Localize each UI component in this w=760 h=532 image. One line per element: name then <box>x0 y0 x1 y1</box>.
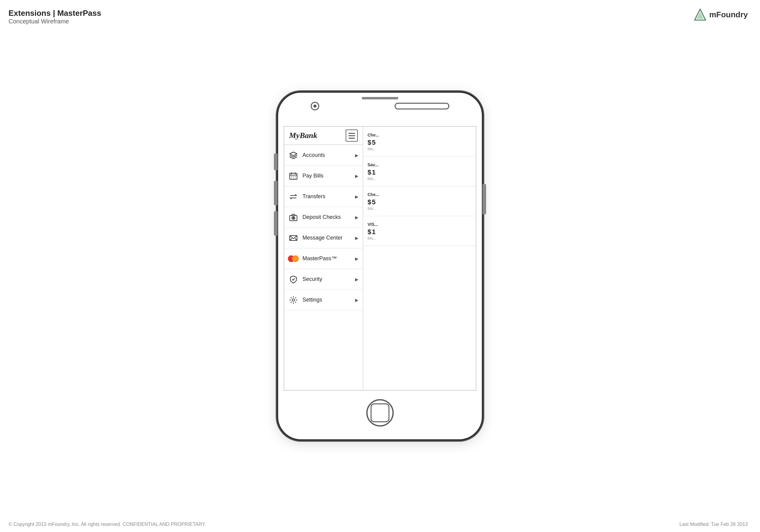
menu-panel: MyBank A <box>284 127 363 390</box>
brand-label: Extensions <box>9 9 51 18</box>
logo-text: mFoundry <box>709 10 748 20</box>
phone-top-bar <box>299 102 461 110</box>
envelope-icon <box>289 233 298 243</box>
menu-arrow-deposit-checks: ▶ <box>355 215 358 220</box>
logo-area: mFoundry <box>694 9 748 21</box>
home-button[interactable] <box>366 399 394 426</box>
svg-line-18 <box>295 238 297 240</box>
app-logo-text: MyBank <box>289 131 317 140</box>
menu-arrow-message-center: ▶ <box>355 236 358 240</box>
svg-point-19 <box>292 299 295 301</box>
account-dollar-0: $ <box>367 139 371 147</box>
camera-dot <box>311 102 319 110</box>
account-type-0: Che... <box>367 132 471 137</box>
account-bal-label-3: BAL... <box>367 236 471 240</box>
layers-icon <box>289 151 298 160</box>
account-balance-row-2: $ 5 <box>367 198 471 206</box>
shield-icon <box>289 274 298 284</box>
masterpass-icon <box>289 254 298 264</box>
hamburger-button[interactable] <box>346 129 358 142</box>
menu-item-message-center[interactable]: Message Center ▶ <box>284 228 363 248</box>
menu-item-deposit-checks[interactable]: Deposit Checks ▶ <box>284 207 363 228</box>
accounts-panel: Che... $ 5 BAL... Sav... $ 1 BAL... <box>363 127 476 390</box>
masterpass-circle-orange <box>292 255 299 262</box>
menu-arrow-transfers: ▶ <box>355 194 358 199</box>
menu-item-transfers[interactable]: Transfers ▶ <box>284 186 363 207</box>
phone-shell: MyBank A <box>277 91 483 441</box>
account-amount-3: 1 <box>372 228 375 236</box>
account-amount-0: 5 <box>372 139 375 147</box>
home-button-inner <box>371 404 389 422</box>
footer-copyright: © Copyright 2013 mFoundry, Inc. All righ… <box>9 522 205 527</box>
phone-screen: MyBank A <box>284 126 476 391</box>
phone-wrapper: MyBank A <box>277 91 483 441</box>
account-balance-row-1: $ 1 <box>367 169 471 176</box>
side-button-vol-down <box>274 211 277 236</box>
account-card-1: Sav... $ 1 BAL... <box>363 157 476 186</box>
account-card-0: Che... $ 5 BAL... <box>363 127 476 157</box>
side-button-power <box>483 184 486 214</box>
account-bal-label-2: BAL... <box>367 207 471 210</box>
camera-icon <box>289 213 298 222</box>
account-type-3: VIS... <box>367 222 471 227</box>
account-type-2: Che... <box>367 192 471 197</box>
account-card-3: VIS... $ 1 BAL... <box>363 216 476 246</box>
svg-marker-2 <box>290 152 297 156</box>
camera-dot-inner <box>313 105 316 108</box>
menu-arrow-accounts: ▶ <box>355 153 358 158</box>
account-card-2: Che... $ 5 BAL... <box>363 186 476 216</box>
app-header: MyBank <box>284 127 363 145</box>
calendar-icon <box>289 171 298 181</box>
hamburger-line-3 <box>348 138 355 139</box>
menu-label-transfers: Transfers <box>303 193 351 200</box>
svg-line-17 <box>290 238 292 240</box>
menu-item-accounts[interactable]: Accounts ▶ <box>284 145 363 166</box>
account-type-1: Sav... <box>367 162 471 167</box>
account-dollar-2: $ <box>367 198 371 206</box>
account-bal-label-0: BAL... <box>367 147 471 151</box>
menu-label-masterpass: MasterPass™ <box>303 255 351 262</box>
menu-item-masterpass[interactable]: MasterPass™ ▶ <box>284 248 363 269</box>
account-amount-2: 5 <box>372 198 375 206</box>
menu-arrow-pay-bills: ▶ <box>355 173 358 178</box>
svg-point-15 <box>293 218 294 218</box>
footer-modified: Last Modified: Tue Feb 26 2013 <box>680 522 748 527</box>
account-balance-row-3: $ 1 <box>367 228 471 236</box>
account-balance-row-0: $ 5 <box>367 139 471 147</box>
mfoundry-logo-icon <box>694 9 706 21</box>
menu-label-settings: Settings <box>303 297 351 303</box>
header-title: Extensions | MasterPass <box>9 9 101 18</box>
header-subtitle: Conceptual Wireframe <box>9 18 101 25</box>
speaker-bar <box>395 103 449 110</box>
account-bal-label-1: BAL... <box>367 177 471 180</box>
menu-item-pay-bills[interactable]: Pay Bills ▶ <box>284 166 363 186</box>
side-button-vol-up <box>274 181 277 205</box>
header: Extensions | MasterPass Conceptual Wiref… <box>9 9 101 25</box>
menu-label-security: Security <box>303 276 351 282</box>
account-amount-1: 1 <box>372 169 375 176</box>
menu-arrow-security: ▶ <box>355 277 358 282</box>
product-label: MasterPass <box>57 9 101 18</box>
transfer-icon <box>289 192 298 202</box>
menu-label-pay-bills: Pay Bills <box>303 173 351 179</box>
side-button-mute <box>274 154 277 170</box>
menu-arrow-settings: ▶ <box>355 298 358 303</box>
hamburger-line-1 <box>348 133 355 134</box>
menu-label-deposit-checks: Deposit Checks <box>303 214 351 220</box>
menu-item-security[interactable]: Security ▶ <box>284 269 363 290</box>
menu-label-message-center: Message Center <box>303 235 351 241</box>
menu-item-settings[interactable]: Settings ▶ <box>284 290 363 311</box>
separator: | <box>51 9 58 18</box>
gear-icon <box>289 295 298 305</box>
top-notch <box>362 97 398 99</box>
account-dollar-3: $ <box>367 228 371 236</box>
menu-label-accounts: Accounts <box>303 152 351 158</box>
hamburger-line-2 <box>348 135 355 136</box>
account-dollar-1: $ <box>367 169 371 176</box>
menu-arrow-masterpass: ▶ <box>355 256 358 261</box>
